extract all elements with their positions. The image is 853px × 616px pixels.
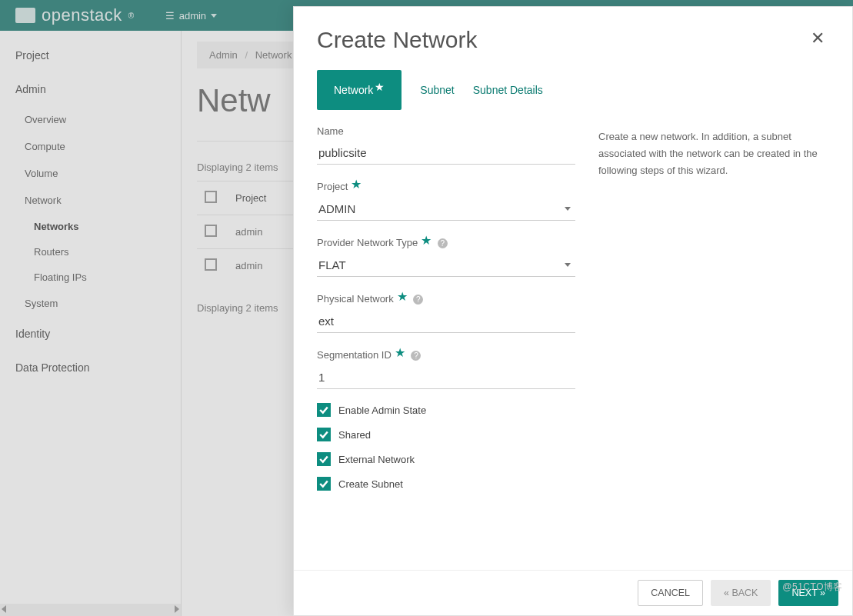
label-name: Name: [317, 125, 575, 137]
sidebar-item-networks[interactable]: Networks: [0, 214, 181, 239]
registered-mark: ®: [128, 12, 135, 20]
cancel-button[interactable]: CANCEL: [638, 580, 703, 606]
modal-header: Create Network ✕: [294, 7, 852, 53]
input-physical-network[interactable]: [317, 310, 575, 333]
label-provider-type: Provider Network Type★ ?: [317, 235, 575, 249]
tab-network-label: Network: [334, 84, 373, 96]
sidebar-item-overview[interactable]: Overview: [0, 106, 181, 133]
openstack-logo-icon: [15, 8, 35, 23]
label-provider-type-text: Provider Network Type: [317, 237, 418, 248]
modal-footer: CANCEL « BACK NEXT »: [294, 570, 852, 615]
sidebar-item-floating-ips[interactable]: Floating IPs: [0, 265, 181, 290]
field-segmentation-id: Segmentation ID★ ?: [317, 347, 575, 389]
tab-subnet[interactable]: Subnet: [420, 70, 454, 110]
label-segmentation-id: Segmentation ID★ ?: [317, 347, 575, 361]
help-column: Create a new network. In addition, a sub…: [598, 125, 829, 554]
breadcrumb-admin[interactable]: Admin: [209, 49, 238, 61]
select-provider-type[interactable]: [317, 254, 575, 277]
check-label-enable-admin-state: Enable Admin State: [338, 405, 426, 416]
field-project: Project★: [317, 178, 575, 221]
sidebar-horizontal-scrollbar[interactable]: [0, 604, 181, 616]
label-project: Project★: [317, 178, 575, 193]
tab-subnet-details[interactable]: Subnet Details: [473, 70, 543, 110]
input-name[interactable]: [317, 142, 575, 165]
close-icon[interactable]: ✕: [806, 27, 829, 50]
checkbox-create-subnet[interactable]: [317, 477, 331, 491]
brand-text: openstack: [42, 5, 122, 25]
field-name: Name: [317, 125, 575, 165]
label-segmentation-id-text: Segmentation ID: [317, 349, 392, 361]
tab-network[interactable]: Network★: [317, 70, 402, 110]
label-physical-network-text: Physical Network: [317, 293, 394, 305]
sidebar-item-project[interactable]: Project: [0, 38, 181, 72]
breadcrumb-separator: /: [245, 49, 248, 61]
sidebar-item-network[interactable]: Network: [0, 187, 181, 214]
checkbox-shared[interactable]: [317, 428, 331, 441]
check-enable-admin-state[interactable]: Enable Admin State: [317, 403, 575, 417]
form-column: Name Project★ Provider Network Type★ ?: [317, 125, 575, 554]
select-all-checkbox[interactable]: [205, 191, 217, 203]
sidebar-item-data-protection[interactable]: Data Protection: [0, 351, 181, 385]
breadcrumb-network[interactable]: Network: [255, 49, 292, 61]
required-star-icon: ★: [421, 234, 431, 247]
user-menu[interactable]: ☰ admin: [165, 10, 217, 22]
field-provider-network-type: Provider Network Type★ ?: [317, 235, 575, 277]
watermark: @51CTO博客: [782, 581, 843, 594]
sidebar-item-admin[interactable]: Admin: [0, 72, 181, 106]
label-physical-network: Physical Network★ ?: [317, 291, 575, 305]
select-provider-type-value[interactable]: [317, 254, 575, 277]
check-label-external-network: External Network: [338, 454, 415, 465]
check-external-network[interactable]: External Network: [317, 452, 575, 466]
user-label: admin: [179, 10, 206, 22]
sidebar-item-routers[interactable]: Routers: [0, 239, 181, 265]
required-star-icon: ★: [375, 81, 385, 93]
create-network-modal: Create Network ✕ Network★ Subnet Subnet …: [293, 6, 853, 616]
field-physical-network: Physical Network★ ?: [317, 291, 575, 333]
modal-tabs: Network★ Subnet Subnet Details: [294, 53, 852, 110]
checkbox-enable-admin-state[interactable]: [317, 403, 331, 417]
required-star-icon: ★: [351, 178, 362, 191]
select-project-value[interactable]: [317, 198, 575, 221]
label-project-text: Project: [317, 181, 348, 192]
brand-logo[interactable]: openstack®: [15, 5, 135, 25]
modal-title: Create Network: [317, 27, 477, 53]
check-label-shared: Shared: [338, 429, 371, 441]
select-project[interactable]: [317, 198, 575, 221]
help-icon[interactable]: ?: [413, 295, 423, 305]
sidebar-item-identity[interactable]: Identity: [0, 317, 181, 351]
modal-body: Name Project★ Provider Network Type★ ?: [294, 110, 852, 615]
help-icon[interactable]: ?: [411, 351, 421, 361]
help-text: Create a new network. In addition, a sub…: [598, 128, 829, 179]
check-icon: [319, 455, 328, 464]
check-icon: [319, 479, 328, 488]
list-icon: ☰: [165, 10, 175, 22]
help-icon[interactable]: ?: [438, 238, 448, 248]
back-button[interactable]: « BACK: [711, 580, 771, 606]
check-label-create-subnet: Create Subnet: [338, 478, 403, 490]
check-shared[interactable]: Shared: [317, 428, 575, 441]
checkbox-external-network[interactable]: [317, 452, 331, 466]
sidebar-item-system[interactable]: System: [0, 290, 181, 317]
row-checkbox[interactable]: [205, 225, 217, 237]
sidebar-item-volume[interactable]: Volume: [0, 160, 181, 187]
check-icon: [319, 430, 328, 439]
check-icon: [319, 405, 328, 415]
sidebar-item-compute[interactable]: Compute: [0, 133, 181, 160]
row-checkbox[interactable]: [205, 258, 217, 271]
check-create-subnet[interactable]: Create Subnet: [317, 477, 575, 491]
sidebar: Project Admin Overview Compute Volume Ne…: [0, 31, 182, 616]
input-segmentation-id[interactable]: [317, 366, 575, 389]
required-star-icon: ★: [397, 290, 408, 303]
required-star-icon: ★: [395, 346, 405, 359]
chevron-down-icon: [211, 14, 217, 18]
